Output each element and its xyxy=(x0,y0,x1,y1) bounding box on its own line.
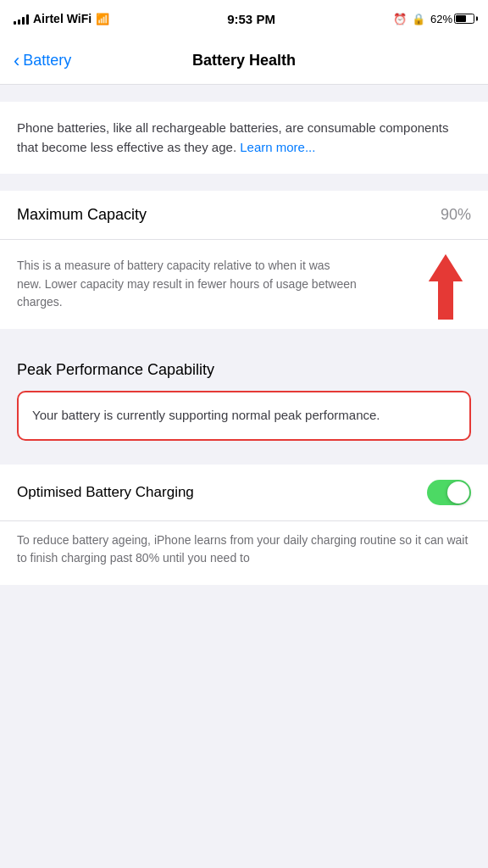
optimised-charging-label: Optimised Battery Charging xyxy=(17,484,194,501)
content: Phone batteries, like all rechargeable b… xyxy=(0,102,488,585)
capacity-description-container: This is a measure of battery capacity re… xyxy=(0,240,488,329)
peak-performance-box: Your battery is currently supporting nor… xyxy=(17,391,471,441)
bottom-description: To reduce battery ageing, iPhone learns … xyxy=(0,521,488,585)
lock-icon: 🔒 xyxy=(412,13,425,25)
toggle-thumb xyxy=(447,481,469,504)
red-arrow-icon xyxy=(420,248,471,325)
divider-2 xyxy=(0,329,488,346)
status-right: ⏰ 🔒 62% xyxy=(393,13,474,25)
status-left: Airtel WiFi 📶 xyxy=(14,12,109,25)
nav-bar: ‹ Battery Battery Health xyxy=(0,37,488,85)
capacity-value: 90% xyxy=(441,206,471,224)
back-chevron-icon: ‹ xyxy=(14,52,19,70)
divider-1 xyxy=(0,174,488,191)
optimised-charging-row: Optimised Battery Charging xyxy=(0,465,488,521)
peak-performance-section: Peak Performance Capability Your battery… xyxy=(0,346,488,465)
bottom-description-text: To reduce battery ageing, iPhone learns … xyxy=(17,531,471,568)
optimised-charging-toggle[interactable] xyxy=(427,480,471,505)
svg-marker-1 xyxy=(427,253,464,320)
battery-fill xyxy=(456,15,466,22)
capacity-label: Maximum Capacity xyxy=(17,206,147,224)
optimised-charging-section: Optimised Battery Charging xyxy=(0,465,488,521)
battery-status: 62% xyxy=(430,13,474,25)
wifi-icon: 📶 xyxy=(96,13,109,25)
capacity-row: Maximum Capacity 90% xyxy=(0,191,488,240)
back-button[interactable]: ‹ Battery xyxy=(14,52,90,70)
peak-performance-title: Peak Performance Capability xyxy=(17,361,471,379)
back-label: Battery xyxy=(23,52,71,70)
peak-performance-text: Your battery is currently supporting nor… xyxy=(32,406,456,426)
intro-text: Phone batteries, like all rechargeable b… xyxy=(17,119,471,157)
learn-more-link[interactable]: Learn more... xyxy=(240,140,315,154)
status-time: 9:53 PM xyxy=(227,12,275,26)
signal-bars xyxy=(14,13,29,25)
status-bar: Airtel WiFi 📶 9:53 PM ⏰ 🔒 62% xyxy=(0,0,488,37)
capacity-description: This is a measure of battery capacity re… xyxy=(17,257,358,312)
battery-icon xyxy=(454,14,474,24)
alarm-icon: ⏰ xyxy=(393,13,407,25)
capacity-section: Maximum Capacity 90% This is a measure o… xyxy=(0,191,488,329)
intro-section: Phone batteries, like all rechargeable b… xyxy=(0,102,488,174)
page-title: Battery Health xyxy=(90,52,398,70)
carrier-label: Airtel WiFi xyxy=(33,12,92,25)
battery-percent: 62% xyxy=(430,13,452,25)
